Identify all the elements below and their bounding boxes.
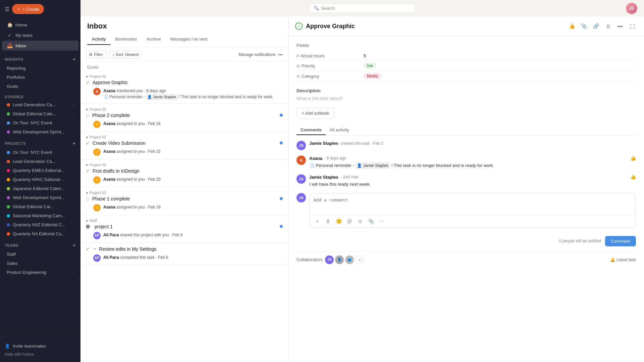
notif-task-row: ◇ Phase 2 complete (86, 113, 283, 118)
sidebar-item-seasonal-marketing[interactable]: Seasonal Marketing Cam... (2, 212, 78, 220)
sidebar-item-nyc-event-2[interactable]: On Tour: NYC Event (2, 148, 78, 157)
project-dot (7, 187, 10, 190)
more-options-icon[interactable]: ••• (278, 52, 283, 57)
tab-comments[interactable]: Comments (297, 125, 326, 135)
like-button[interactable]: 👍 (630, 156, 636, 161)
attachment-button[interactable]: 📎 (579, 21, 589, 31)
sidebar-item-inbox[interactable]: 📥 Inbox (2, 41, 78, 51)
tab-activity[interactable]: Activity (87, 34, 110, 45)
share-button[interactable]: ⎘ (603, 21, 613, 31)
list-item[interactable]: ● Project 02 ◇ Phase 1 complete ⚡ Asana … (80, 187, 288, 215)
sidebar-item-quarterly-anz[interactable]: Quarterly ANZ Editorial C... (2, 221, 78, 229)
detail-title: Approve Graphic (306, 23, 564, 30)
filter-button[interactable]: ⚙ Filter (86, 51, 106, 59)
teams-add-icon[interactable]: + (72, 242, 76, 248)
sidebar-item-japanese-editorial[interactable]: Japanese Editorial Calen... (2, 184, 78, 193)
tab-messages-sent[interactable]: Messages I've sent (166, 34, 212, 45)
like-button[interactable]: 👍 (630, 174, 636, 180)
leave-icon: 🔔 (610, 257, 615, 262)
comment-author: Jamie Staples (309, 175, 338, 180)
sidebar-item-global-editorial-2[interactable]: Global Editorial Cal... (2, 202, 78, 211)
tab-all-activity[interactable]: All activity (326, 125, 353, 135)
sort-button[interactable]: ↕ Sort: Newest (109, 51, 142, 59)
project-dot (7, 130, 10, 134)
asana-avatar: A (297, 156, 306, 165)
notif-project-label: ● Project 02 (86, 191, 283, 195)
sidebar-item-my-tasks[interactable]: ✓ My tasks (2, 30, 78, 40)
more-formatting-icon[interactable]: ⋯ (377, 217, 386, 226)
thumbs-up-button[interactable]: 👍 (567, 21, 577, 31)
create-button[interactable]: ＋ + Create (12, 4, 44, 14)
emoji-icon[interactable]: 🙂 (334, 217, 343, 226)
inbox-toolbar: ⚙ Filter ↕ Sort: Newest Manage notificat… (80, 48, 288, 62)
description-placeholder[interactable]: What is this task about? (297, 96, 636, 101)
priority-value[interactable]: low (364, 63, 636, 69)
list-item[interactable]: ● Project 02 ✓ Create Video Submission ⚡… (80, 132, 288, 160)
comment-submit-button[interactable]: Comment (605, 236, 636, 246)
hamburger-icon[interactable]: ☰ (5, 6, 9, 12)
comment-input[interactable] (310, 193, 636, 214)
sidebar-item-web-dev-sprint[interactable]: Web Development Sprint... (2, 193, 78, 202)
tab-archive[interactable]: Archive (142, 34, 165, 45)
invite-teammates-button[interactable]: 👤 Invite teammates (5, 342, 76, 351)
sidebar: ☰ ＋ + Create 🏠 Home ✓ My tasks 📥 Inbox I… (0, 0, 80, 362)
tab-bookmarks[interactable]: Bookmarks (110, 34, 142, 45)
list-item[interactable]: ✓ •• Review edits in My Settings AP Ali … (80, 243, 288, 265)
projects-add-icon[interactable]: + (72, 140, 76, 146)
notif-message: ⚡ Asana assigned to you · Feb 18 (86, 203, 283, 212)
insights-add-icon[interactable]: + (72, 56, 76, 62)
sidebar-item-global-editorial[interactable]: Global Editorial Cale... › (2, 110, 78, 118)
sidebar-item-portfolios[interactable]: Portfolios (2, 73, 78, 81)
copy-link-button[interactable]: 🔗 (591, 21, 601, 31)
sidebar-item-product-engineering[interactable]: Product Engineering › (2, 268, 78, 277)
sidebar-item-lead-gen-2[interactable]: Lead Generation Ca... › (2, 157, 78, 166)
sidebar-item-staff[interactable]: Staff › (2, 250, 78, 258)
sidebar-item-lead-gen[interactable]: Lead Generation Ca... › (2, 101, 78, 109)
notif-text: Asana assigned to you · Feb 22 (103, 148, 161, 155)
project-name: Project 02 (90, 163, 106, 167)
sidebar-item-goals[interactable]: Goals (2, 82, 78, 90)
list-item[interactable]: ● Project 02 ◇ Phase 2 complete ⚡ Asana … (80, 104, 288, 132)
collaborators-row: Collaborators JS 👤 👥 + 🔔 Leave task (297, 252, 636, 264)
attachment-icon[interactable]: 📎 (367, 217, 375, 226)
sidebar-item-nyc-event[interactable]: On Tour: NYC Event (2, 119, 78, 127)
actual-hours-value[interactable]: 5 (364, 53, 636, 58)
topbar: 🔍 Search JS (80, 0, 644, 16)
toolbar-right: Manage notifications ••• (238, 52, 283, 57)
chevron-right-icon: › (73, 270, 74, 274)
category-field: ◎ Category Media (297, 71, 636, 81)
sidebar-item-reporting[interactable]: Reporting (2, 64, 78, 72)
list-item[interactable]: ● Staff project 1 AP Ali Paca shared thi… (80, 215, 288, 243)
leave-task-button[interactable]: 🔔 Leave task (610, 257, 636, 262)
add-subtask-button[interactable]: + Add subtask (297, 108, 334, 119)
fullscreen-button[interactable]: ⛶ (627, 21, 637, 31)
notif-project-label: ● Project 02 (86, 74, 283, 78)
search-bar[interactable]: 🔍 Search (309, 3, 416, 13)
add-collaborator-button[interactable]: + (355, 255, 364, 264)
home-label: Home (15, 22, 27, 27)
sidebar-item-sales[interactable]: Sales › (2, 259, 78, 267)
home-icon: 🏠 (7, 22, 13, 27)
list-item[interactable]: ● Project 02 ✓ Approve Graphic A Asana m… (80, 71, 288, 104)
sidebar-item-quarterly-na[interactable]: Quarterly NA Editorial Ca... (2, 230, 78, 238)
task-icon[interactable]: ⊙ (356, 217, 365, 226)
bold-icon[interactable]: + (313, 217, 322, 226)
mention-icon[interactable]: @ (345, 217, 354, 226)
more-options-button[interactable]: ••• (615, 21, 625, 31)
sidebar-item-home[interactable]: 🏠 Home (2, 20, 78, 30)
comment-time: created this task · Feb 2 (340, 141, 383, 146)
format-icon[interactable]: B (324, 217, 332, 226)
sidebar-item-web-dev[interactable]: Web Development Sprint... (2, 128, 78, 136)
help-link[interactable]: Help with Asana (5, 351, 76, 358)
comment-text: 🗒️ Personal reminder - 👤 Jamie Staples !… (309, 162, 636, 169)
category-value[interactable]: Media (364, 73, 636, 79)
manage-notifications-button[interactable]: Manage notifications (238, 52, 275, 57)
sidebar-item-quarterly-emea[interactable]: Quarterly EMEA Editorial... (2, 166, 78, 175)
comments-tabs: Comments All activity (297, 125, 636, 135)
comment-header: Asana · 8 days ago 👍 (309, 156, 636, 161)
chevron-right-icon: › (73, 252, 74, 256)
project-name: Project 02 (90, 107, 106, 111)
sidebar-item-quarterly-apac[interactable]: Quarterly APAC Editorial ... (2, 175, 78, 184)
list-item[interactable]: ● Project 02 ✓ First drafts in InDesign … (80, 160, 288, 187)
user-avatar[interactable]: JS (626, 3, 637, 14)
